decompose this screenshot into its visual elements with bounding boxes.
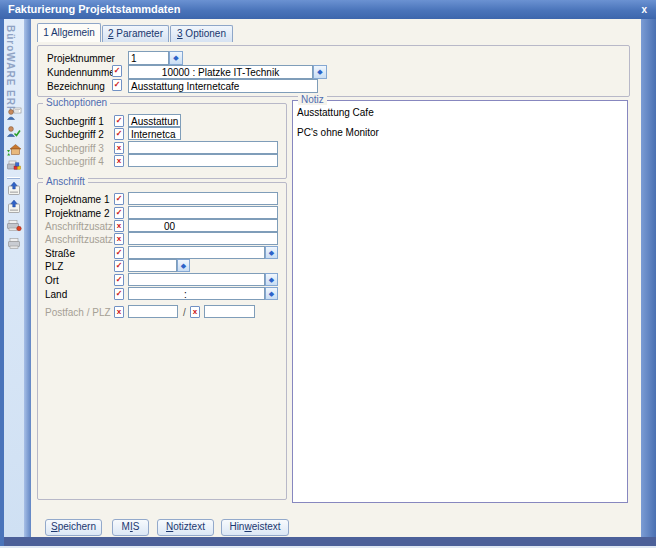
plz-label: PLZ: [45, 260, 63, 273]
anschriftzusatz1-label: Anschriftzusatz 1: [45, 220, 121, 233]
hinweistext-button[interactable]: Hinweistext: [221, 519, 289, 536]
notiz-line: PC's ohne Monitor: [297, 128, 623, 138]
anschriftzusatz2-label: Anschriftzusatz 2: [45, 233, 121, 246]
notiz-groupbox: Notiz Ausstattung Cafe PC's ohne Monitor: [292, 100, 628, 503]
strasse-check-icon[interactable]: ✓: [114, 247, 124, 259]
titlebar: Fakturierung Projektstammdaten x: [0, 0, 656, 19]
kundennummer-label: Kundennummer: [47, 66, 118, 79]
tab-optionen[interactable]: 3 Optionen: [170, 25, 233, 42]
postfach-separator: /: [183, 306, 186, 319]
ort-label: Ort: [45, 274, 59, 287]
notiz-legend: Notiz: [298, 94, 327, 105]
ort-combobox[interactable]: [128, 273, 265, 286]
kundennummer-dropdown-button[interactable]: ◆: [313, 65, 327, 79]
suchbegriff2-label: Suchbegriff 2: [45, 128, 104, 141]
land-label: Land: [45, 288, 67, 301]
suchbegriff4-input[interactable]: [128, 154, 278, 167]
land-combobox[interactable]: :: [128, 287, 265, 300]
printer-icon[interactable]: [6, 235, 22, 251]
home-sync-icon[interactable]: [6, 141, 22, 157]
projektname2-input[interactable]: [128, 206, 278, 219]
postfach-label: Postfach / PLZ: [45, 306, 111, 319]
user-check-icon[interactable]: [6, 124, 22, 140]
bezeichnung-check-icon[interactable]: ✓: [112, 79, 122, 91]
window-bottom-border: [4, 537, 656, 546]
suchbegriff4-cross-icon[interactable]: x: [114, 155, 124, 167]
land-dropdown-button[interactable]: ◆: [265, 287, 278, 300]
export-document-icon-2[interactable]: [6, 199, 22, 215]
suchbegriff1-label: Suchbegriff 1: [45, 115, 104, 128]
projektnummer-input[interactable]: 1: [128, 51, 169, 65]
notiztext-button[interactable]: Notiztext: [157, 519, 214, 536]
tab-allgemein[interactable]: 1 Allgemein: [37, 23, 101, 42]
window-right-border: [641, 19, 656, 546]
export-document-icon[interactable]: [6, 181, 22, 197]
anschriftzusatz1-input[interactable]: 00: [128, 219, 278, 232]
mis-button[interactable]: MIS: [112, 519, 149, 536]
strasse-dropdown-button[interactable]: ◆: [265, 246, 278, 259]
notiz-textarea[interactable]: Ausstattung Cafe PC's ohne Monitor: [293, 101, 627, 145]
sidebar-divider: [24, 19, 31, 537]
anschrift-legend: Anschrift: [43, 176, 88, 187]
projektname1-input[interactable]: [128, 192, 278, 205]
window-title: Fakturierung Projektstammdaten: [8, 3, 180, 15]
anschriftzusatz2-input[interactable]: [128, 232, 278, 245]
postfach-input[interactable]: [128, 305, 178, 318]
land-check-icon[interactable]: ✓: [114, 288, 124, 300]
postfach-plz-cross-icon[interactable]: x: [190, 306, 200, 318]
suchbegriff3-label: Suchbegriff 3: [45, 142, 104, 155]
postfach-cross-icon[interactable]: x: [114, 306, 124, 318]
projektname2-check-icon[interactable]: ✓: [114, 207, 124, 219]
kundennummer-check-icon[interactable]: ✓: [112, 65, 122, 77]
projektnummer-spinner[interactable]: ◆: [169, 51, 183, 65]
suchbegriff4-label: Suchbegriff 4: [45, 155, 104, 168]
ort-dropdown-button[interactable]: ◆: [265, 273, 278, 286]
suchoptionen-legend: Suchoptionen: [43, 97, 110, 108]
suchbegriff3-input[interactable]: [128, 141, 278, 154]
print-package-icon[interactable]: [6, 158, 22, 174]
strasse-combobox[interactable]: [128, 246, 265, 259]
sidebar-separator: [7, 177, 20, 179]
anschriftzusatz1-cross-icon[interactable]: x: [114, 220, 124, 232]
projektname1-label: Projektname 1: [45, 193, 109, 206]
speichern-button[interactable]: Speichern: [45, 519, 102, 536]
plz-dropdown-button[interactable]: ◆: [177, 259, 190, 272]
header-groupbox: [37, 45, 630, 97]
plz-check-icon[interactable]: ✓: [114, 260, 124, 272]
tab-parameter[interactable]: 2 Parameter: [102, 25, 169, 42]
postfach-plz-input[interactable]: [204, 305, 255, 318]
suchbegriff1-input[interactable]: Ausstattun: [128, 114, 181, 127]
plz-combobox[interactable]: [128, 259, 177, 272]
bezeichnung-label: Bezeichnung: [47, 80, 105, 93]
notiz-line: Ausstattung Cafe: [297, 108, 623, 118]
strasse-label: Straße: [45, 247, 75, 260]
suchbegriff1-check-icon[interactable]: ✓: [114, 115, 124, 127]
bezeichnung-input[interactable]: Ausstattung Internetcafe: [128, 79, 318, 93]
anschriftzusatz2-cross-icon[interactable]: x: [114, 233, 124, 245]
close-button[interactable]: x: [641, 0, 647, 19]
projektname2-label: Projektname 2: [45, 207, 109, 220]
projektname1-check-icon[interactable]: ✓: [114, 193, 124, 205]
ort-check-icon[interactable]: ✓: [114, 274, 124, 286]
kundennummer-combobox[interactable]: 10000 : Platzke IT-Technik: [128, 65, 313, 79]
projektnummer-label: Projektnummer: [47, 52, 115, 65]
print-device-icon[interactable]: [6, 217, 22, 233]
suchbegriff2-check-icon[interactable]: ✓: [114, 128, 124, 140]
suchbegriff3-cross-icon[interactable]: x: [114, 142, 124, 154]
suchbegriff2-input[interactable]: Internetca: [128, 127, 181, 140]
user-contact-icon[interactable]: [6, 106, 22, 122]
